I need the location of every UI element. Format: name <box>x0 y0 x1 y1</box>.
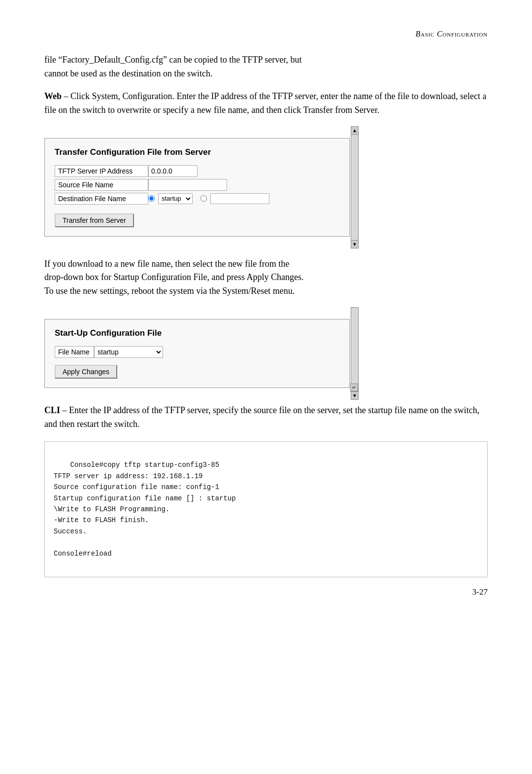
intro-paragraph: file “Factory_Default_Config.cfg” can be… <box>44 53 488 81</box>
code-block: Console#copy tftp startup-config3-85 TFT… <box>44 441 488 577</box>
page-number: 3-27 <box>472 587 488 597</box>
code-line-1: Console#copy tftp startup-config3-85 <box>70 461 219 469</box>
code-line-6: -Write to FLASH finish. <box>54 516 149 524</box>
web-paragraph: Web – Click System, Configuration. Enter… <box>44 90 488 117</box>
startup-scroll-mid: ↵ <box>350 384 358 391</box>
source-file-row: Source File Name <box>55 179 339 191</box>
cli-label: CLI <box>44 405 60 415</box>
tftp-ip-input[interactable] <box>148 165 198 177</box>
dest-select[interactable]: startup running <box>158 193 193 204</box>
startup-config-box: Start-Up Configuration File File Name st… <box>44 319 350 388</box>
startup-box-scrollbar: ↵ ▼ <box>351 307 359 400</box>
startup-file-row: File Name startup running <box>55 346 339 358</box>
code-line-9: Console#reload <box>54 550 112 558</box>
code-line-3: Source configuration file name: config-1 <box>54 483 219 491</box>
code-line-2: TFTP server ip address: 192.168.1.19 <box>54 472 202 480</box>
startup-file-select[interactable]: startup running <box>94 346 163 358</box>
startup-box-wrapper: Start-Up Configuration File File Name st… <box>44 307 350 400</box>
web-label: Web <box>44 91 62 101</box>
source-file-label: Source File Name <box>55 179 148 191</box>
page-header: Basic Configuration <box>44 30 488 38</box>
transfer-box-wrapper: Transfer Configuration File from Server … <box>44 126 350 248</box>
source-file-input[interactable] <box>148 179 227 191</box>
dest-radio-startup[interactable] <box>148 195 155 202</box>
transfer-config-box: Transfer Configuration File from Server … <box>44 138 350 237</box>
dest-radio-custom[interactable] <box>200 195 207 202</box>
transfer-box-scrollbar: ▲ ▼ <box>351 126 359 248</box>
cli-paragraph: CLI – Enter the IP address of the TFTP s… <box>44 404 488 431</box>
tftp-ip-label: TFTP Server IP Address <box>55 165 148 177</box>
dest-custom-input[interactable] <box>210 193 269 204</box>
dest-options: startup running <box>148 193 269 204</box>
startup-file-label: File Name <box>55 346 94 358</box>
transfer-box-title: Transfer Configuration File from Server <box>55 147 339 157</box>
header-title: Basic Configuration <box>415 30 488 38</box>
page-container: Basic Configuration file “Factory_Defaul… <box>0 0 532 617</box>
transfer-from-server-button[interactable]: Transfer from Server <box>55 213 134 227</box>
dest-file-label: Destination File Name <box>55 193 148 205</box>
tftp-ip-row: TFTP Server IP Address <box>55 165 339 177</box>
code-line-7: Success. <box>54 528 87 535</box>
code-line-4: Startup configuration file name [] : sta… <box>54 494 236 502</box>
scroll-up-arrow[interactable]: ▲ <box>351 127 358 135</box>
startup-scroll-down[interactable]: ▼ <box>351 391 358 399</box>
dest-file-row: Destination File Name startup running <box>55 193 339 205</box>
middle-paragraph: If you download to a new file name, then… <box>44 257 488 299</box>
code-line-5: \Write to FLASH Programming. <box>54 505 169 513</box>
scroll-down-arrow[interactable]: ▼ <box>351 240 358 248</box>
apply-changes-button[interactable]: Apply Changes <box>55 365 117 379</box>
startup-box-title: Start-Up Configuration File <box>55 328 339 338</box>
